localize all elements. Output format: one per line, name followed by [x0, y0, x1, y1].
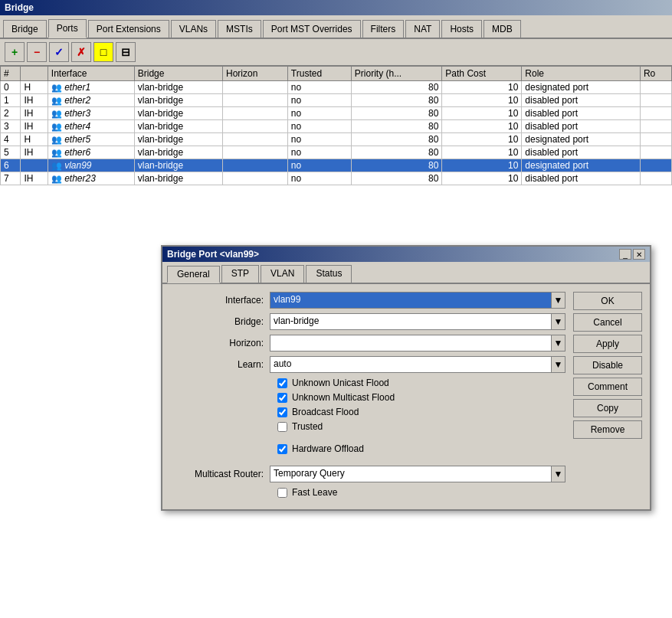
cell-num: 4: [1, 133, 21, 146]
cell-path-cost: 10: [442, 120, 522, 133]
interface-row: Interface: vlan99 ▼: [170, 292, 565, 309]
cell-trusted: no: [287, 81, 351, 94]
tab-hosts[interactable]: Hosts: [441, 20, 482, 38]
dialog-title: Bridge Port <vlan99>: [167, 249, 259, 260]
cell-num: 2: [1, 107, 21, 120]
dialog-tab-general[interactable]: General: [167, 266, 220, 283]
cell-priority: 80: [351, 120, 442, 133]
table-row[interactable]: 5 IH 👥 ether6 vlan-bridge no 80 10 disab…: [1, 146, 672, 159]
cell-trusted: no: [287, 94, 351, 107]
dialog-tab-vlan[interactable]: VLAN: [261, 265, 304, 283]
disable-button[interactable]: Disable: [573, 356, 642, 374]
multicast-router-dropdown-arrow[interactable]: ▼: [552, 466, 565, 482]
remove-button[interactable]: Remove: [573, 420, 642, 439]
cell-flag: H: [21, 81, 48, 94]
col-header-interface: Interface: [48, 67, 134, 81]
trusted-checkbox[interactable]: [277, 422, 287, 432]
bridge-field[interactable]: vlan-bridge: [270, 313, 552, 330]
interface-dropdown-arrow[interactable]: ▼: [552, 292, 565, 309]
tab-mstis[interactable]: MSTIs: [218, 20, 261, 38]
cell-trusted: no: [287, 107, 351, 120]
hardware-offload-checkbox[interactable]: [277, 444, 287, 454]
cell-bridge: vlan-bridge: [134, 94, 222, 107]
col-header-horizon: Horizon: [222, 67, 287, 81]
cell-ro: [640, 94, 671, 107]
ports-table: # Interface Bridge Horizon Trusted Prior…: [0, 66, 672, 185]
cell-priority: 80: [351, 146, 442, 159]
remove-button[interactable]: −: [27, 42, 47, 62]
cell-path-cost: 10: [442, 94, 522, 107]
bridge-input-wrapper: vlan-bridge ▼: [270, 313, 565, 330]
apply-button[interactable]: Apply: [573, 335, 642, 353]
col-header-bridge: Bridge: [134, 67, 222, 81]
unknown-multicast-flood-checkbox[interactable]: [277, 393, 287, 403]
unknown-unicast-flood-checkbox[interactable]: [277, 378, 287, 388]
broadcast-flood-checkbox[interactable]: [277, 407, 287, 417]
cell-horizon: [222, 146, 287, 159]
tab-vlans[interactable]: VLANs: [171, 20, 216, 38]
horizon-dropdown-arrow[interactable]: ▼: [552, 335, 565, 352]
ok-button[interactable]: OK: [573, 292, 642, 310]
table-row[interactable]: 1 IH 👥 ether2 vlan-bridge no 80 10 disab…: [1, 94, 672, 107]
cell-bridge: vlan-bridge: [134, 159, 222, 172]
cell-flag: IH: [21, 94, 48, 107]
learn-field[interactable]: auto: [270, 356, 552, 373]
tab-port-mst-overrides[interactable]: Port MST Overrides: [263, 20, 361, 38]
tab-bridge[interactable]: Bridge: [3, 20, 47, 38]
dialog-tab-status[interactable]: Status: [306, 265, 352, 283]
unknown-unicast-flood-label: Unknown Unicast Flood: [292, 378, 389, 388]
fast-leave-row: Fast Leave: [170, 487, 565, 498]
bridge-dropdown-arrow[interactable]: ▼: [552, 313, 565, 330]
cell-path-cost: 10: [442, 146, 522, 159]
cell-priority: 80: [351, 94, 442, 107]
tab-filters[interactable]: Filters: [362, 20, 405, 38]
tab-mdb[interactable]: MDB: [484, 20, 521, 38]
table-row[interactable]: 0 H 👥 ether1 vlan-bridge no 80 10 design…: [1, 81, 672, 94]
col-header-flag: [21, 67, 48, 81]
bridge-row: Bridge: vlan-bridge ▼: [170, 313, 565, 330]
dialog-close-button[interactable]: ✕: [633, 249, 645, 260]
interface-field[interactable]: vlan99: [270, 292, 552, 309]
cross-button[interactable]: ✗: [71, 42, 91, 62]
table-row[interactable]: 3 IH 👥 ether4 vlan-bridge no 80 10 disab…: [1, 120, 672, 133]
user-icon: 👥: [51, 83, 62, 92]
cancel-button[interactable]: Cancel: [573, 313, 642, 332]
cell-bridge: vlan-bridge: [134, 172, 222, 185]
tab-port-extensions[interactable]: Port Extensions: [88, 20, 169, 38]
cell-path-cost: 10: [442, 81, 522, 94]
cell-priority: 80: [351, 159, 442, 172]
cell-num: 6: [1, 159, 21, 172]
cell-horizon: [222, 81, 287, 94]
horizon-field[interactable]: [270, 335, 552, 352]
multicast-router-field[interactable]: Temporary Query: [270, 466, 552, 482]
table-row[interactable]: 7 IH 👥 ether23 vlan-bridge no 80 10 disa…: [1, 172, 672, 185]
cell-interface: 👥 ether2: [48, 94, 134, 107]
user-icon: 👥: [51, 109, 62, 118]
tab-nat[interactable]: NAT: [405, 20, 440, 38]
filter-button[interactable]: ⊟: [116, 42, 136, 62]
table-row[interactable]: 2 IH 👥 ether3 vlan-bridge no 80 10 disab…: [1, 107, 672, 120]
learn-dropdown-arrow[interactable]: ▼: [552, 356, 565, 373]
dialog-minimize-button[interactable]: _: [619, 249, 631, 260]
cell-bridge: vlan-bridge: [134, 81, 222, 94]
cell-role: disabled port: [522, 94, 641, 107]
copy-button[interactable]: Copy: [573, 399, 642, 417]
cell-interface: 👥 ether5: [48, 133, 134, 146]
cell-horizon: [222, 159, 287, 172]
cell-flag: H: [21, 133, 48, 146]
dialog-tab-bar: General STP VLAN Status: [162, 262, 650, 284]
fast-leave-checkbox[interactable]: [277, 488, 287, 498]
copy-button[interactable]: □: [93, 42, 113, 62]
tab-ports[interactable]: Ports: [48, 19, 87, 38]
cell-trusted: no: [287, 133, 351, 146]
add-button[interactable]: +: [5, 42, 25, 62]
cell-role: disabled port: [522, 107, 641, 120]
check-button[interactable]: ✓: [49, 42, 69, 62]
cell-flag: IH: [21, 120, 48, 133]
main-tab-bar: Bridge Ports Port Extensions VLANs MSTIs…: [0, 15, 672, 39]
comment-button[interactable]: Comment: [573, 378, 642, 396]
table-row[interactable]: 6 👥 vlan99 vlan-bridge no 80 10 designat…: [1, 159, 672, 172]
cell-bridge: vlan-bridge: [134, 107, 222, 120]
dialog-tab-stp[interactable]: STP: [221, 265, 259, 283]
table-row[interactable]: 4 H 👥 ether5 vlan-bridge no 80 10 design…: [1, 133, 672, 146]
